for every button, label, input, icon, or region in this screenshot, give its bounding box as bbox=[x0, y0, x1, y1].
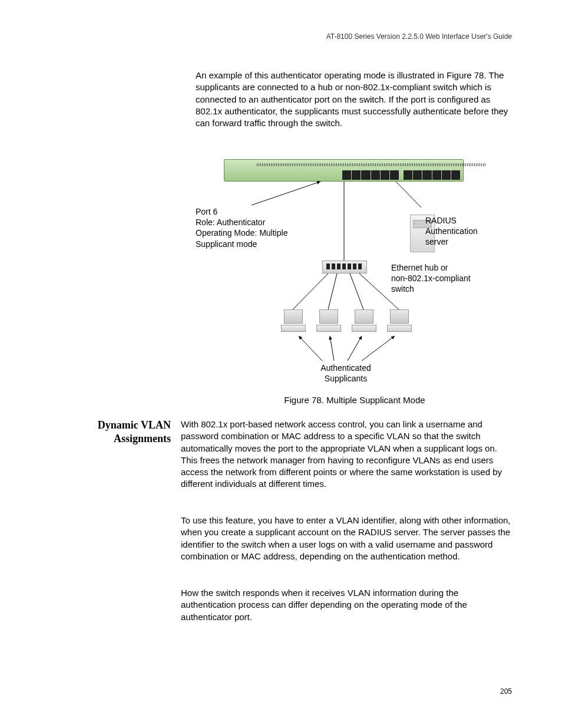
port-label-line: Port 6 bbox=[196, 206, 302, 217]
section-heading-line: Assignments bbox=[77, 432, 171, 446]
svg-line-2 bbox=[396, 182, 421, 207]
svg-line-7 bbox=[299, 336, 322, 361]
body-paragraph-1: With 802.1x port-based network access co… bbox=[181, 419, 512, 490]
svg-line-3 bbox=[293, 274, 328, 309]
svg-line-8 bbox=[330, 336, 334, 361]
supplicant-pc-icon bbox=[281, 309, 306, 333]
page-header: AT-8100 Series Version 2.2.5.0 Web Inter… bbox=[326, 32, 512, 41]
ethernet-hub-icon bbox=[322, 261, 367, 274]
svg-line-10 bbox=[362, 336, 395, 361]
radius-label-line: Authentication bbox=[425, 226, 502, 236]
svg-line-0 bbox=[252, 182, 320, 205]
port-6-label: Port 6 Role: Authenticator Operating Mod… bbox=[196, 206, 302, 249]
figure-78: Port 6 Role: Authenticator Operating Mod… bbox=[196, 153, 514, 401]
supplicant-pc-icon bbox=[387, 309, 412, 333]
radius-label-line: server bbox=[425, 236, 502, 247]
figure-caption: Figure 78. Multiple Supplicant Mode bbox=[196, 395, 514, 405]
hub-label-line: Ethernet hub or bbox=[391, 262, 491, 273]
supplicants-label: Authenticated Supplicants bbox=[293, 363, 399, 384]
section-heading: Dynamic VLAN Assignments bbox=[77, 419, 171, 446]
hub-label: Ethernet hub or non-802.1x-compliant swi… bbox=[391, 262, 491, 295]
page-number: 205 bbox=[500, 687, 512, 696]
body-paragraph-2: To use this feature, you have to enter a… bbox=[181, 515, 512, 562]
section-heading-line: Dynamic VLAN bbox=[77, 419, 171, 432]
svg-line-5 bbox=[350, 274, 363, 309]
svg-line-9 bbox=[348, 336, 362, 361]
network-switch-icon bbox=[224, 159, 464, 182]
hub-label-line: non-802.1x-compliant bbox=[391, 273, 491, 284]
port-label-line: Operating Mode: Multiple bbox=[196, 228, 302, 238]
radius-label-line: RADIUS bbox=[425, 215, 502, 226]
hub-label-line: switch bbox=[391, 284, 491, 294]
supplicant-pc-icon bbox=[316, 309, 341, 333]
supplicants-label-line: Supplicants bbox=[293, 373, 399, 384]
supplicant-pc-icon bbox=[352, 309, 376, 333]
body-paragraph-3: How the switch responds when it receives… bbox=[181, 587, 512, 623]
radius-label: RADIUS Authentication server bbox=[425, 215, 502, 248]
svg-line-4 bbox=[328, 274, 337, 309]
intro-paragraph: An example of this authenticator operati… bbox=[196, 70, 514, 129]
supplicants-label-line: Authenticated bbox=[293, 363, 399, 373]
port-label-line: Role: Authenticator bbox=[196, 217, 302, 228]
port-label-line: Supplicant mode bbox=[196, 239, 302, 249]
